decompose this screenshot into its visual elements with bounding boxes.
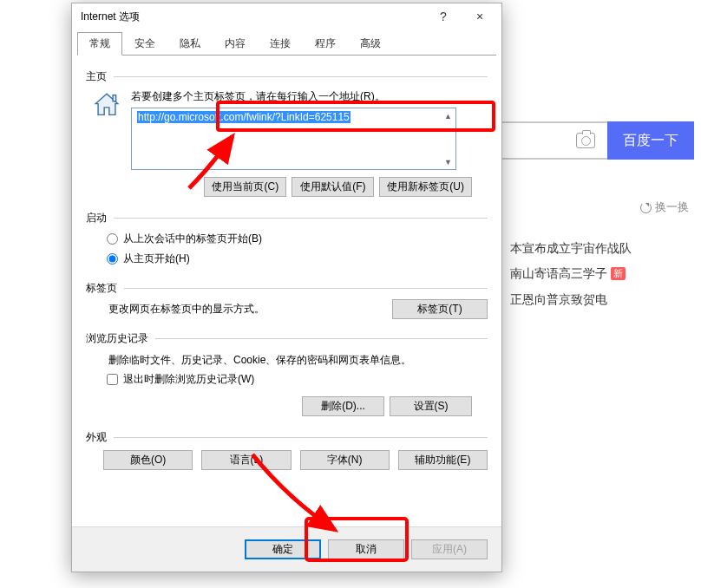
tab-content[interactable]: 内容	[213, 32, 258, 56]
group-startup: 启动 从上次会话中的标签页开始(B) 从主页开始(H)	[86, 206, 488, 269]
scroll-down-icon[interactable]: ▼	[442, 155, 455, 168]
use-newtab-button[interactable]: 使用新标签页(U)	[379, 177, 472, 197]
new-tag: 新	[611, 267, 626, 280]
group-appearance: 外观 颜色(O) 语言(L) 字体(N) 辅助功能(E)	[86, 425, 488, 470]
tab-advanced[interactable]: 高级	[348, 32, 393, 56]
internet-options-dialog: Internet 选项 ? × 常规 安全 隐私 内容 连接 程序 高级 主页	[71, 3, 502, 572]
tab-connections[interactable]: 连接	[258, 32, 303, 56]
ok-button[interactable]: 确定	[245, 539, 321, 559]
tab-strip: 常规 安全 隐私 内容 连接 程序 高级	[72, 29, 501, 56]
refresh-label: 换一换	[655, 199, 689, 215]
tab-privacy[interactable]: 隐私	[167, 32, 213, 56]
refresh-link[interactable]: 换一换	[640, 199, 689, 215]
dialog-footer: 确定 取消 应用(A)	[72, 526, 501, 572]
svg-rect-1	[113, 95, 116, 101]
check-delete-on-exit[interactable]: 退出时删除浏览历史记录(W)	[86, 369, 488, 389]
title-bar: Internet 选项 ? ×	[72, 3, 501, 29]
tab-security[interactable]: 安全	[122, 32, 167, 56]
news-item-2-text: 南山寄语高三学子	[510, 266, 607, 280]
search-input-box[interactable]	[499, 121, 607, 160]
scroll-up-icon[interactable]: ▲	[442, 109, 455, 122]
refresh-icon	[640, 202, 652, 213]
news-item-3[interactable]: 正恩向普京致贺电	[510, 292, 607, 308]
tabpages-button[interactable]: 标签页(T)	[392, 299, 488, 319]
tab-programs[interactable]: 程序	[303, 32, 348, 56]
radio-start-from-home[interactable]: 从主页开始(H)	[86, 249, 488, 269]
dialog-title: Internet 选项	[81, 10, 425, 24]
homepage-url-value: http://go.microsoft.com/fwlink/?LinkId=6…	[137, 111, 350, 123]
history-desc: 删除临时文件、历史记录、Cookie、保存的密码和网页表单信息。	[86, 350, 488, 369]
camera-icon[interactable]	[576, 133, 595, 148]
group-appearance-label: 外观	[86, 430, 107, 445]
news-item-2[interactable]: 南山寄语高三学子新	[510, 266, 626, 282]
cancel-button[interactable]: 取消	[328, 539, 404, 559]
color-button[interactable]: 颜色(O)	[103, 450, 193, 470]
search-bar: 百度一下	[499, 121, 694, 160]
search-button[interactable]: 百度一下	[607, 121, 694, 160]
help-button[interactable]: ?	[425, 4, 462, 29]
group-history: 浏览历史记录 删除临时文件、历史记录、Cookie、保存的密码和网页表单信息。 …	[86, 326, 488, 418]
homepage-instruction: 若要创建多个主页标签页，请在每行输入一个地址(R)。	[131, 89, 488, 104]
home-icon	[89, 88, 124, 122]
group-tabpages: 标签页 更改网页在标签页中的显示方式。 标签页(T)	[86, 276, 488, 319]
group-startup-label: 启动	[86, 211, 107, 225]
group-history-label: 浏览历史记录	[86, 331, 148, 346]
radio-start-from-last[interactable]: 从上次会话中的标签页开始(B)	[86, 229, 488, 249]
tabpages-desc: 更改网页在标签页中的显示方式。	[108, 302, 392, 317]
close-button[interactable]: ×	[462, 4, 498, 29]
font-button[interactable]: 字体(N)	[300, 450, 390, 470]
news-item-1[interactable]: 本宣布成立宇宙作战队	[510, 241, 632, 257]
group-tabpages-label: 标签页	[86, 281, 117, 296]
accessibility-button[interactable]: 辅助功能(E)	[398, 450, 488, 470]
use-default-button[interactable]: 使用默认值(F)	[292, 177, 374, 197]
settings-button[interactable]: 设置(S)	[390, 396, 472, 416]
group-homepage-label: 主页	[86, 69, 107, 84]
language-button[interactable]: 语言(L)	[201, 450, 291, 470]
apply-button[interactable]: 应用(A)	[411, 539, 488, 559]
use-current-button[interactable]: 使用当前页(C)	[204, 177, 286, 197]
group-homepage: 主页 若要创建多个主页标签页，请在每行输入一个地址(R)。 http://go.…	[86, 64, 488, 199]
delete-button[interactable]: 删除(D)...	[302, 396, 384, 416]
tab-general[interactable]: 常规	[77, 32, 122, 56]
dialog-client: 主页 若要创建多个主页标签页，请在每行输入一个地址(R)。 http://go.…	[72, 56, 501, 470]
homepage-url-field[interactable]: http://go.microsoft.com/fwlink/?LinkId=6…	[131, 108, 456, 170]
